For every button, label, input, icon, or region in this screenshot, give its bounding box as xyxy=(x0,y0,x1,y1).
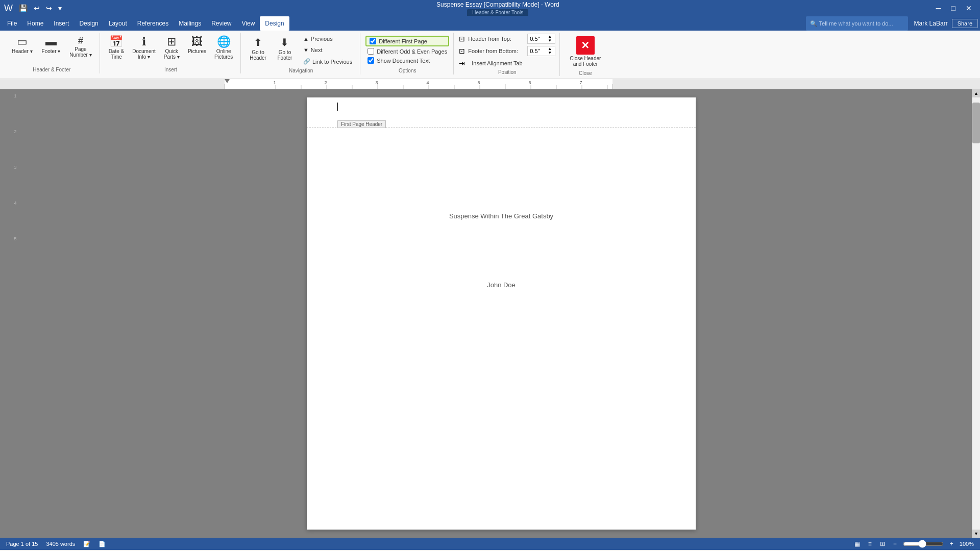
menu-home[interactable]: Home xyxy=(22,16,48,31)
word-icon: W xyxy=(4,3,13,14)
ruler-label-4: 4 xyxy=(426,80,429,85)
previous-button[interactable]: ▲ Previous xyxy=(300,34,356,44)
search-placeholder: Tell me what you want to do... xyxy=(819,20,893,27)
insert-alignment-tab-button[interactable]: Insert Alignment Tab xyxy=(468,58,526,68)
header-footer-tools-tab[interactable]: Header & Footer Tools xyxy=(467,9,528,16)
quick-parts-label: QuickParts ▾ xyxy=(164,48,180,60)
footer-button[interactable]: ▬ Footer ▾ xyxy=(38,34,64,57)
menu-view[interactable]: View xyxy=(237,16,260,31)
close-button[interactable]: ✕ xyxy=(962,2,976,14)
goto-footer-icon: ⬇ xyxy=(280,36,289,48)
menu-review[interactable]: Review xyxy=(206,16,236,31)
document-author: John Doe xyxy=(487,281,516,289)
web-layout-button[interactable]: ≡ xyxy=(866,539,874,548)
layout-icon: 📄 xyxy=(99,541,106,547)
online-pictures-button[interactable]: 🌐 OnlinePictures xyxy=(211,34,236,62)
close-header-footer-button[interactable]: ✕ Close Headerand Footer xyxy=(565,34,605,69)
navigation-buttons: ⬆ Go toHeader ⬇ Go toFooter ▲ Previous ▼… xyxy=(246,34,356,67)
redo-button[interactable]: ↪ xyxy=(44,3,54,13)
page-number-button[interactable]: # PageNumber ▾ xyxy=(66,34,95,60)
show-document-text-checkbox[interactable] xyxy=(368,57,374,64)
footer-label: Footer ▾ xyxy=(42,48,61,54)
margin-num-4: 4 xyxy=(14,201,16,206)
date-time-button[interactable]: 📅 Date &Time xyxy=(105,34,128,62)
read-mode-button[interactable]: ⊞ xyxy=(878,539,887,548)
menu-design-hf[interactable]: Design xyxy=(260,16,289,31)
status-right: ▦ ≡ ⊞ − + 100% xyxy=(852,539,974,548)
scroll-up-button[interactable]: ▲ xyxy=(972,89,980,97)
goto-footer-label: Go toFooter xyxy=(278,49,292,61)
header-area[interactable]: First Page Header xyxy=(307,97,696,128)
goto-footer-button[interactable]: ⬇ Go toFooter xyxy=(273,34,297,63)
proofing-icon: 📝 xyxy=(83,541,90,547)
tell-me-search[interactable]: 🔍 Tell me what you want to do... xyxy=(806,16,908,31)
zoom-slider[interactable] xyxy=(903,540,944,548)
insert-group-label: Insert xyxy=(105,66,237,72)
footer-icon: ▬ xyxy=(45,36,57,47)
footer-from-bottom-value: 0.5" xyxy=(530,48,540,54)
different-odd-even-option[interactable]: Different Odd & Even Pages xyxy=(365,47,449,56)
scroll-track xyxy=(972,97,980,530)
title-bar-left: W 💾 ↩ ↪ ▾ xyxy=(4,3,64,14)
first-page-header-label: First Page Header xyxy=(337,120,386,128)
footer-bottom-down[interactable]: ▼ xyxy=(547,51,553,55)
zoom-out-button[interactable]: − xyxy=(891,539,899,548)
svg-rect-3 xyxy=(612,79,980,89)
minimize-button[interactable]: ─ xyxy=(932,2,945,14)
margin-num-2: 2 xyxy=(14,129,16,134)
pictures-button[interactable]: 🖼 Pictures xyxy=(184,34,210,57)
print-layout-button[interactable]: ▦ xyxy=(852,539,862,548)
document-title: Suspense Within The Great Gatsby xyxy=(449,212,553,220)
next-label: Next xyxy=(311,47,323,53)
margin-num-1: 1 xyxy=(14,93,16,98)
header-top-down[interactable]: ▼ xyxy=(547,39,553,43)
zoom-in-button[interactable]: + xyxy=(948,539,955,548)
menu-design-main[interactable]: Design xyxy=(74,16,103,31)
text-cursor xyxy=(337,103,338,111)
header-from-top-label: Header from Top: xyxy=(468,36,524,42)
maximize-button[interactable]: □ xyxy=(947,2,960,14)
ruler-label-2: 2 xyxy=(324,80,327,85)
different-first-page-checkbox[interactable] xyxy=(370,38,376,44)
footer-from-bottom-field[interactable]: 0.5" ▲ ▼ xyxy=(527,46,555,56)
header-button[interactable]: ▭ Header ▾ xyxy=(8,34,36,57)
ruler: 1 2 3 4 5 6 7 xyxy=(0,79,980,89)
header-from-top-field[interactable]: 0.5" ▲ ▼ xyxy=(527,34,555,44)
link-to-previous-button[interactable]: 🔗 Link to Previous xyxy=(300,56,356,67)
menu-references[interactable]: References xyxy=(132,16,174,31)
different-first-page-option[interactable]: Different First Page xyxy=(365,36,449,46)
menu-layout[interactable]: Layout xyxy=(104,16,132,31)
next-button[interactable]: ▼ Next xyxy=(300,45,356,55)
scrollbar-vertical[interactable]: ▲ ▼ xyxy=(972,89,980,538)
menu-file[interactable]: File xyxy=(2,16,22,31)
ruler-label-5: 5 xyxy=(477,80,480,85)
undo-button[interactable]: ↩ xyxy=(32,3,42,13)
margin-num-3: 3 xyxy=(14,165,16,170)
link-to-previous-label: Link to Previous xyxy=(312,59,352,65)
date-time-icon: 📅 xyxy=(109,36,123,47)
different-odd-even-checkbox[interactable] xyxy=(368,48,374,55)
customize-quick-access-button[interactable]: ▾ xyxy=(56,3,64,13)
footer-from-bottom-icon: ⊡ xyxy=(459,47,465,55)
goto-header-button[interactable]: ⬆ Go toHeader xyxy=(246,34,270,63)
ruler-label-1: 1 xyxy=(273,80,276,85)
nav-stack: ▲ Previous ▼ Next 🔗 Link to Previous xyxy=(300,34,356,67)
scroll-down-button[interactable]: ▼ xyxy=(972,530,980,538)
header-from-top-spinner[interactable]: ▲ ▼ xyxy=(547,35,553,43)
share-button[interactable]: Share xyxy=(952,19,978,28)
menu-insert[interactable]: Insert xyxy=(48,16,74,31)
close-header-footer-label: Close Headerand Footer xyxy=(570,56,601,67)
scroll-thumb[interactable] xyxy=(972,103,980,143)
show-document-text-option[interactable]: Show Document Text xyxy=(365,56,449,65)
page-number-label: PageNumber ▾ xyxy=(69,46,91,58)
menu-mailings[interactable]: Mailings xyxy=(174,16,206,31)
save-button[interactable]: 💾 xyxy=(17,3,30,13)
online-pictures-icon: 🌐 xyxy=(217,36,231,47)
footer-bottom-spinner[interactable]: ▲ ▼ xyxy=(547,47,553,55)
word-count: 3405 words xyxy=(46,541,75,547)
search-icon: 🔍 xyxy=(810,20,817,27)
page-info: Page 1 of 15 xyxy=(6,541,38,547)
left-margin: 1 2 3 4 5 xyxy=(0,89,31,538)
quick-parts-button[interactable]: ⊞ QuickParts ▾ xyxy=(160,34,183,62)
document-info-button[interactable]: ℹ DocumentInfo ▾ xyxy=(129,34,159,62)
